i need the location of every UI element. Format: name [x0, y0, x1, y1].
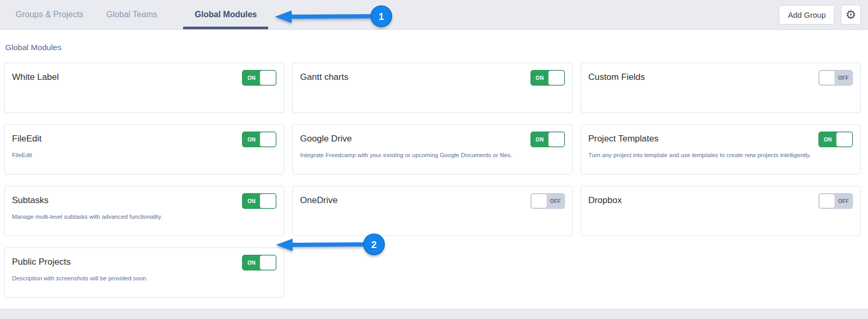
footer-strip	[0, 309, 868, 319]
module-title: Gantt charts	[300, 72, 525, 82]
module-card-white-label: White Label ON	[4, 63, 284, 113]
gear-icon: ⚙	[846, 9, 857, 21]
module-description: Integrate Freedcamp with your existing o…	[300, 152, 525, 158]
toggle-knob	[260, 132, 276, 147]
module-title: Public Projects	[12, 257, 237, 267]
toggle-state-label: ON	[243, 255, 260, 270]
module-description: Manage multi-level subtasks with advance…	[12, 214, 237, 220]
module-card-subtasks: Subtasks ON Manage multi-level subtasks …	[4, 186, 284, 236]
tab-global-teams[interactable]: Global Teams	[95, 0, 169, 29]
module-toggle[interactable]: ON	[531, 132, 565, 147]
toggle-state-label: ON	[531, 70, 549, 85]
toggle-knob	[836, 132, 852, 147]
module-title: FileEdit	[12, 134, 237, 144]
module-title: Custom Fields	[588, 72, 813, 82]
module-title: Google Drive	[300, 134, 525, 144]
toggle-state-label: ON	[243, 194, 260, 208]
module-toggle[interactable]: OFF	[818, 193, 853, 209]
module-title: Project Templates	[588, 134, 813, 144]
toggle-state-label: OFF	[547, 194, 564, 208]
toggle-knob	[531, 194, 547, 208]
module-card-google-drive: Google Drive ON Integrate Freedcamp with…	[292, 124, 572, 174]
module-title: Dropbox	[588, 195, 813, 206]
toggle-knob	[819, 70, 835, 85]
module-title: Subtasks	[12, 195, 237, 206]
module-toggle[interactable]: ON	[242, 193, 276, 209]
toggle-knob	[819, 194, 835, 208]
toggle-state-label: OFF	[835, 194, 852, 208]
modules-grid: White Label ON Gantt charts ON Custom Fi…	[4, 63, 861, 298]
header-actions: Add Group ⚙	[779, 0, 861, 29]
module-description: Description with screenshots will be pro…	[12, 275, 237, 281]
tab-groups-projects[interactable]: Groups & Projects	[4, 0, 95, 29]
module-toggle[interactable]: ON	[242, 132, 276, 147]
module-card-gantt-charts: Gantt charts ON	[292, 63, 572, 113]
top-tab-bar: Groups & Projects Global Teams Global Mo…	[0, 0, 868, 30]
toggle-knob	[260, 70, 276, 85]
page-title: Global Modules	[5, 43, 868, 52]
module-card-custom-fields: Custom Fields OFF	[581, 63, 861, 113]
settings-button[interactable]: ⚙	[841, 5, 861, 25]
module-card-public-projects: Public Projects ON Description with scre…	[4, 247, 284, 298]
module-title: OneDrive	[300, 195, 525, 206]
module-toggle[interactable]: ON	[531, 70, 565, 86]
module-description: Turn any project into template and use t…	[588, 152, 813, 158]
tab-global-modules[interactable]: Global Modules	[183, 0, 268, 29]
module-title: White Label	[12, 72, 237, 82]
toggle-knob	[260, 194, 276, 208]
toggle-state-label: ON	[819, 132, 837, 147]
module-card-dropbox: Dropbox OFF	[581, 186, 861, 236]
toggle-knob	[548, 70, 564, 85]
module-card-fileedit: FileEdit ON FileEdit	[4, 124, 284, 174]
toggle-state-label: ON	[531, 132, 549, 147]
module-toggle[interactable]: ON	[818, 132, 853, 147]
tabs: Groups & Projects Global Teams Global Mo…	[4, 0, 268, 29]
toggle-state-label: OFF	[835, 70, 852, 85]
module-card-onedrive: OneDrive OFF	[292, 186, 572, 236]
module-toggle[interactable]: ON	[242, 255, 276, 270]
toggle-state-label: ON	[243, 70, 260, 85]
module-card-project-templates: Project Templates ON Turn any project in…	[581, 124, 861, 174]
module-description: FileEdit	[12, 152, 237, 158]
toggle-knob	[548, 132, 564, 147]
toggle-state-label: ON	[243, 132, 260, 147]
add-group-button[interactable]: Add Group	[779, 5, 835, 25]
toggle-knob	[260, 255, 276, 270]
module-toggle[interactable]: OFF	[818, 70, 853, 86]
module-toggle[interactable]: OFF	[531, 193, 565, 209]
module-toggle[interactable]: ON	[242, 70, 276, 86]
